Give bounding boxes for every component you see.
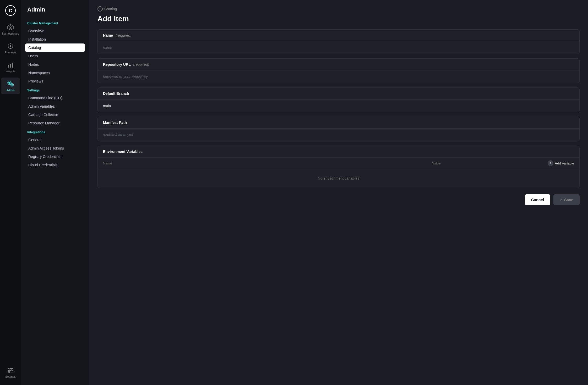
repo-url-section: Repository URL (required) — [97, 58, 580, 83]
namespaces-label: Namespaces — [2, 32, 19, 35]
nav-item-admin-variables[interactable]: Admin Variables — [25, 102, 85, 111]
manifest-path-section: Manifest Path — [97, 117, 580, 141]
svg-point-23 — [11, 370, 12, 371]
nav-item-installation[interactable]: Installation — [25, 35, 85, 43]
env-col-value-header: Value — [325, 161, 547, 165]
name-input[interactable] — [103, 45, 574, 51]
repo-url-header: Repository URL (required) — [98, 59, 579, 70]
footer-actions: Cancel ✓ Save — [97, 194, 580, 205]
section-cluster-management: Cluster Management — [25, 18, 85, 27]
repo-url-label: Repository URL — [103, 62, 131, 67]
manifest-path-input[interactable] — [103, 132, 574, 138]
save-button[interactable]: ✓ Save — [553, 194, 580, 205]
manifest-path-header: Manifest Path — [98, 117, 579, 129]
svg-point-6 — [10, 45, 11, 47]
add-variable-label: Add Variable — [555, 161, 574, 165]
insights-label: Insights — [6, 70, 15, 73]
env-vars-header: Environment Variables — [98, 146, 579, 158]
name-input-wrap — [98, 41, 579, 54]
default-branch-section: Default Branch — [97, 87, 580, 112]
admin-label: Admin — [6, 89, 14, 92]
manifest-path-label: Manifest Path — [103, 120, 127, 125]
save-checkmark-icon: ✓ — [560, 198, 563, 202]
breadcrumb[interactable]: ← Catalog — [97, 6, 580, 12]
repo-url-required: (required) — [133, 62, 149, 67]
add-variable-button[interactable]: + Add Variable — [548, 160, 574, 166]
manifest-path-input-wrap — [98, 129, 579, 141]
svg-rect-11 — [8, 65, 9, 68]
nav-item-admin-access-tokens[interactable]: Admin Access Tokens — [25, 144, 85, 152]
settings-label: Settings — [5, 375, 16, 378]
svg-point-24 — [9, 371, 10, 373]
insights-icon — [7, 61, 14, 69]
env-vars-section: Environment Variables Name Value + Add V… — [97, 146, 580, 188]
nav-item-cloud-credentials[interactable]: Cloud Credentials — [25, 161, 85, 169]
nav-item-command-line[interactable]: Command Line (CLI) — [25, 94, 85, 102]
name-label: Name — [103, 33, 113, 37]
sidebar-item-admin[interactable]: Admin — [1, 78, 20, 94]
sidebar-item-insights[interactable]: Insights — [1, 59, 20, 75]
cancel-button[interactable]: Cancel — [525, 194, 550, 205]
settings-icon — [7, 367, 14, 374]
repo-url-input[interactable] — [103, 74, 574, 80]
nav-item-registry-credentials[interactable]: Registry Credentials — [25, 152, 85, 161]
repo-url-input-wrap — [98, 70, 579, 83]
sidebar-item-previews[interactable]: Previews — [1, 40, 20, 57]
admin-icon — [7, 80, 14, 87]
name-required: (required) — [116, 33, 132, 37]
nav-item-resource-manager[interactable]: Resource Manager — [25, 119, 85, 127]
default-branch-label: Default Branch — [103, 91, 129, 96]
main-content: ← Catalog Add Item Name (required) Repos… — [89, 0, 588, 385]
nav-item-nodes[interactable]: Nodes — [25, 60, 85, 69]
svg-point-16 — [11, 84, 13, 86]
svg-point-4 — [10, 27, 11, 28]
section-settings: Settings — [25, 85, 85, 94]
sidebar-item-namespaces[interactable]: Namespaces — [1, 21, 20, 38]
name-header: Name (required) — [98, 30, 579, 41]
previews-label: Previews — [5, 51, 17, 54]
nav-item-catalog[interactable]: Catalog — [25, 43, 85, 52]
nav-item-garbage-collector[interactable]: Garbage Collector — [25, 111, 85, 119]
left-nav-title: Admin — [25, 6, 85, 13]
svg-rect-13 — [12, 63, 13, 68]
default-branch-input[interactable] — [103, 103, 574, 109]
env-columns-row: Name Value + Add Variable — [98, 158, 579, 169]
nav-item-previews[interactable]: Previews — [25, 77, 85, 85]
svg-rect-12 — [10, 64, 11, 68]
name-section: Name (required) — [97, 29, 580, 54]
svg-point-22 — [9, 368, 10, 369]
default-branch-header: Default Branch — [98, 88, 579, 100]
previews-icon — [7, 42, 14, 50]
svg-point-14 — [8, 82, 10, 84]
nav-item-users[interactable]: Users — [25, 52, 85, 60]
nav-item-namespaces[interactable]: Namespaces — [25, 69, 85, 77]
left-navigation: Admin Cluster Management Overview Instal… — [21, 0, 89, 385]
add-variable-icon: + — [548, 160, 553, 166]
breadcrumb-label: Catalog — [104, 7, 117, 11]
no-env-vars-message: No environment variables — [98, 169, 579, 188]
app-logo: C — [4, 4, 17, 17]
svg-text:C: C — [9, 8, 12, 13]
section-integrations: Integrations — [25, 127, 85, 136]
page-title: Add Item — [97, 15, 580, 23]
icon-sidebar: C Namespaces Previews — [0, 0, 21, 385]
env-col-name-header: Name — [103, 161, 325, 165]
sidebar-item-settings-icon[interactable]: Settings — [1, 364, 20, 381]
nav-item-overview[interactable]: Overview — [25, 27, 85, 35]
namespaces-icon — [7, 24, 14, 31]
back-arrow-icon: ← — [97, 6, 103, 12]
nav-item-general[interactable]: General — [25, 136, 85, 144]
save-label: Save — [564, 197, 573, 202]
default-branch-input-wrap — [98, 100, 579, 112]
